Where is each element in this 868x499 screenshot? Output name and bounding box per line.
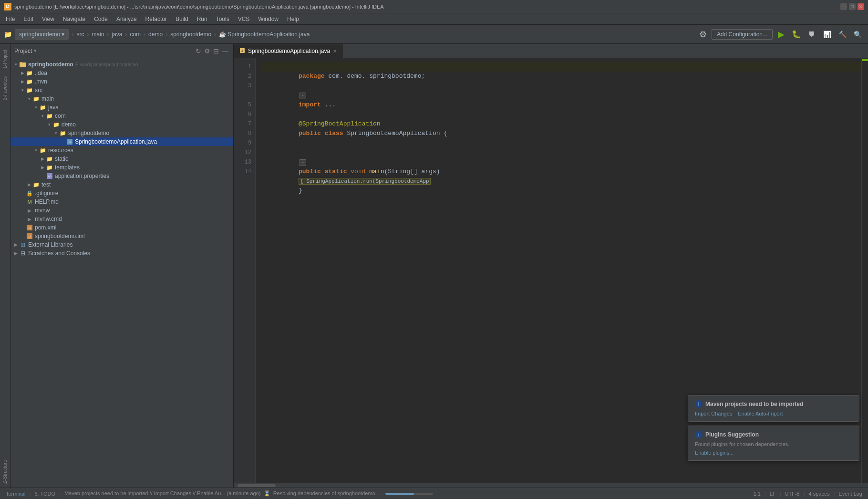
breadcrumb-demo[interactable]: demo [148, 31, 163, 38]
menu-refactor[interactable]: Refactor [142, 15, 171, 23]
tree-com[interactable]: ▾ 📁 com [10, 112, 233, 120]
menu-vcs[interactable]: VCS [234, 15, 254, 23]
tree-sb-arrow[interactable]: ▾ [52, 130, 59, 136]
add-configuration-button[interactable]: Add Configuration... [712, 29, 773, 40]
project-collapse-icon[interactable]: ⊟ [212, 46, 220, 56]
breadcrumb-com[interactable]: com [130, 31, 141, 38]
tree-mvn-arrow[interactable]: ▶ [19, 78, 26, 85]
tree-demo[interactable]: ▾ 📁 demo [10, 120, 233, 129]
event-log-button[interactable]: Event Log [837, 491, 864, 497]
code-line-5 [261, 100, 861, 110]
line-ending[interactable]: LF [768, 491, 778, 497]
menu-analyze[interactable]: Analyze [113, 15, 141, 23]
tree-mvn[interactable]: ▶ 📁 .mvn [10, 77, 233, 86]
minimize-button[interactable]: ─ [840, 3, 847, 10]
menu-build[interactable]: Build [172, 15, 192, 23]
tree-springbootdemo-folder[interactable]: ▾ 📁 springbootdemo [10, 129, 233, 137]
menu-navigate[interactable]: Navigate [59, 15, 89, 23]
encoding[interactable]: UTF-8 [783, 491, 802, 497]
profile-button[interactable]: 📊 [820, 28, 834, 41]
tree-static[interactable]: ▶ 📁 static [10, 155, 233, 163]
tree-props-label: application.properties [55, 173, 109, 179]
import-changes-link[interactable]: Import Changes [695, 411, 732, 416]
breadcrumb-src[interactable]: src [76, 31, 84, 38]
tree-test-arrow[interactable]: ▶ [26, 181, 32, 188]
code-line-11 [261, 157, 861, 167]
tree-resources-arrow[interactable]: ▾ [32, 147, 39, 154]
menu-tools[interactable]: Tools [212, 15, 233, 23]
horizontal-scrollbar[interactable] [234, 483, 868, 488]
tree-templates[interactable]: ▶ 📁 templates [10, 163, 233, 172]
tree-com-arrow[interactable]: ▾ [39, 113, 46, 119]
tree-scratches-arrow[interactable]: ▶ [12, 250, 19, 257]
terminal-button[interactable]: Terminal [4, 491, 28, 497]
project-icon: 📁 [4, 31, 12, 38]
project-sync-icon[interactable]: ↻ [195, 46, 202, 56]
menu-view[interactable]: View [38, 15, 58, 23]
menu-run[interactable]: Run [193, 15, 211, 23]
project-minimize-icon[interactable]: — [221, 46, 229, 56]
project-dropdown-button[interactable]: springbootdemo ▾ [15, 29, 69, 40]
fold-import[interactable]: - [300, 93, 306, 99]
enable-auto-import-link[interactable]: Enable Auto-Import [738, 411, 783, 416]
tree-resources[interactable]: ▾ 📁 resources [10, 146, 233, 155]
breadcrumb-java[interactable]: java [112, 31, 122, 38]
breadcrumb-file[interactable]: ☕SpringbootdemoApplication.java [219, 31, 310, 38]
tree-ext-lib-arrow[interactable]: ▶ [12, 241, 19, 248]
tree-src[interactable]: ▾ 📁 src [10, 86, 233, 94]
breadcrumb-springbootdemo[interactable]: springbootdemo [170, 31, 211, 38]
project-gear-icon[interactable]: ⚙ [203, 46, 211, 56]
menu-window[interactable]: Window [254, 15, 282, 23]
tree-idea-arrow[interactable]: ▶ [19, 70, 26, 76]
tree-test[interactable]: ▶ 📁 test [10, 180, 233, 189]
tree-mvnw-cmd[interactable]: ▶ mvnw.cmd [10, 215, 233, 223]
sidebar-tab-structure[interactable]: Z-Structure [1, 456, 9, 488]
tree-main-arrow[interactable]: ▾ [26, 95, 32, 102]
maximize-button[interactable]: □ [849, 3, 856, 10]
run-button[interactable]: ▶ [775, 28, 788, 41]
tree-root[interactable]: ▾ springbootdemo E:\workplace\springboot… [10, 60, 233, 69]
indentation[interactable]: 4 spaces [807, 491, 832, 497]
tree-templates-arrow[interactable]: ▶ [39, 164, 46, 171]
menu-file[interactable]: File [2, 15, 19, 23]
tree-root-arrow[interactable]: ▾ [12, 61, 19, 68]
tree-gitignore[interactable]: 🔒 .gitignore [10, 189, 233, 198]
close-button[interactable]: ✕ [858, 3, 864, 10]
tree-static-arrow[interactable]: ▶ [39, 156, 46, 162]
tree-idea[interactable]: ▶ 📁 .idea [10, 69, 233, 77]
sidebar-tab-project[interactable]: 1-Project [1, 46, 9, 73]
tree-static-label: static [55, 156, 68, 162]
breadcrumb-main[interactable]: main [92, 31, 104, 38]
run-config-icon[interactable]: ⚙ [696, 28, 710, 41]
tree-mvnw[interactable]: ▶ mvnw [10, 206, 233, 215]
editor-tab-main[interactable]: J SpringbootdemoApplication.java ✕ [234, 44, 343, 58]
build-button[interactable]: 🔨 [836, 28, 849, 41]
tree-external-libraries[interactable]: ▶ ⊞ External Libraries [10, 240, 233, 249]
tree-src-arrow[interactable]: ▾ [19, 87, 26, 94]
tree-iml[interactable]: IJ springbootdemo.iml [10, 232, 233, 240]
todo-button[interactable]: 6: TODO [32, 491, 57, 497]
tree-app-properties[interactable]: AP application.properties [10, 172, 233, 180]
tree-main-class[interactable]: J SpringbootdemoApplication.java [10, 137, 233, 146]
tree-java[interactable]: ▾ 📁 java [10, 103, 233, 112]
line-num-1: 1 [234, 62, 251, 72]
tree-scratches[interactable]: ▶ ⊟ Scratches and Consoles [10, 249, 233, 258]
cursor-position[interactable]: 1:1 [752, 491, 763, 497]
tree-java-arrow[interactable]: ▾ [32, 104, 39, 111]
tree-help[interactable]: M HELP.md [10, 198, 233, 206]
tab-close-button[interactable]: ✕ [333, 49, 337, 54]
tree-pom[interactable]: m pom.xml [10, 223, 233, 232]
menu-edit[interactable]: Edit [20, 15, 37, 23]
scrollbar-thumb[interactable] [238, 484, 276, 487]
tree-demo-arrow[interactable]: ▾ [46, 121, 52, 128]
sidebar-tab-favorites[interactable]: 2-Favorites [1, 73, 9, 104]
tree-main[interactable]: ▾ 📁 main [10, 94, 233, 103]
fold-main[interactable]: - [300, 159, 306, 166]
project-dropdown-arrow[interactable]: ▾ [34, 48, 37, 54]
search-everywhere-button[interactable]: 🔍 [851, 28, 864, 41]
coverage-button[interactable]: ⛊ [805, 28, 818, 41]
enable-plugins-link[interactable]: Enable plugins... [695, 450, 734, 456]
debug-button[interactable]: 🐛 [790, 28, 803, 41]
menu-help[interactable]: Help [283, 15, 303, 23]
menu-code[interactable]: Code [90, 15, 112, 23]
